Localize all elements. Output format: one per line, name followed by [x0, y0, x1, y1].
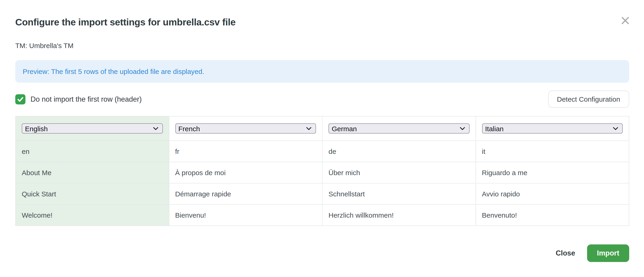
column-header-2: French [169, 116, 322, 141]
table-cell: Avvio rapido [476, 183, 629, 205]
table-cell: À propos de moi [169, 162, 322, 183]
table-cell: Riguardo a me [476, 162, 629, 183]
table-row: About Me À propos de moi Über mich Rigua… [16, 162, 629, 183]
table-cell: en [16, 141, 169, 162]
table-cell: Benvenuto! [476, 205, 629, 226]
language-select-english[interactable]: English [22, 123, 162, 134]
column-header-3: German [322, 116, 476, 141]
table-cell: Démarrage rapide [169, 183, 322, 205]
chevron-down-icon [153, 127, 158, 130]
table-cell: Über mich [322, 162, 476, 183]
tm-label: TM: Umbrella's TM [15, 41, 74, 49]
chevron-down-icon [460, 127, 465, 130]
csv-preview-table: English French [15, 116, 629, 226]
table-cell: de [322, 141, 476, 162]
table-row: Quick Start Démarrage rapide Schnellstar… [16, 183, 629, 205]
import-settings-dialog: Configure the import settings for umbrel… [0, 0, 644, 277]
options-row: Do not import the first row (header) Det… [15, 91, 629, 108]
chevron-down-icon [306, 127, 311, 130]
table-cell: it [476, 141, 629, 162]
table-row: Welcome! Bienvenu! Herzlich willkommen! … [16, 205, 629, 226]
table-cell: Schnellstart [322, 183, 476, 205]
close-icon[interactable] [620, 15, 630, 25]
table-cell: Welcome! [16, 205, 169, 226]
header-row-checkbox[interactable] [15, 94, 26, 104]
language-select-german[interactable]: German [328, 123, 469, 134]
header-checkbox-group: Do not import the first row (header) [15, 94, 142, 104]
x-cross-icon [621, 16, 629, 24]
header-checkbox-label: Do not import the first row (header) [30, 95, 142, 103]
detect-configuration-button[interactable]: Detect Configuration [548, 91, 629, 108]
column-header-4: Italian [476, 116, 629, 141]
dialog-title: Configure the import settings for umbrel… [15, 17, 236, 28]
table-row: en fr de it [16, 141, 629, 162]
table-cell: About Me [16, 162, 169, 183]
close-button[interactable]: Close [556, 249, 575, 257]
checkmark-icon [17, 95, 24, 103]
language-select-italian[interactable]: Italian [482, 123, 623, 134]
preview-info-banner: Preview: The first 5 rows of the uploade… [15, 60, 629, 83]
chevron-down-icon [613, 127, 618, 130]
preview-info-text: Preview: The first 5 rows of the uploade… [23, 67, 204, 75]
import-button[interactable]: Import [587, 245, 629, 262]
table-cell: Herzlich willkommen! [322, 205, 476, 226]
table-cell: fr [169, 141, 322, 162]
table-cell: Quick Start [16, 183, 169, 205]
table-cell: Bienvenu! [169, 205, 322, 226]
language-select-french[interactable]: French [175, 123, 316, 134]
language-select-row: English French [16, 116, 629, 141]
dialog-footer: Close Import [556, 245, 629, 262]
column-header-1: English [16, 116, 169, 141]
